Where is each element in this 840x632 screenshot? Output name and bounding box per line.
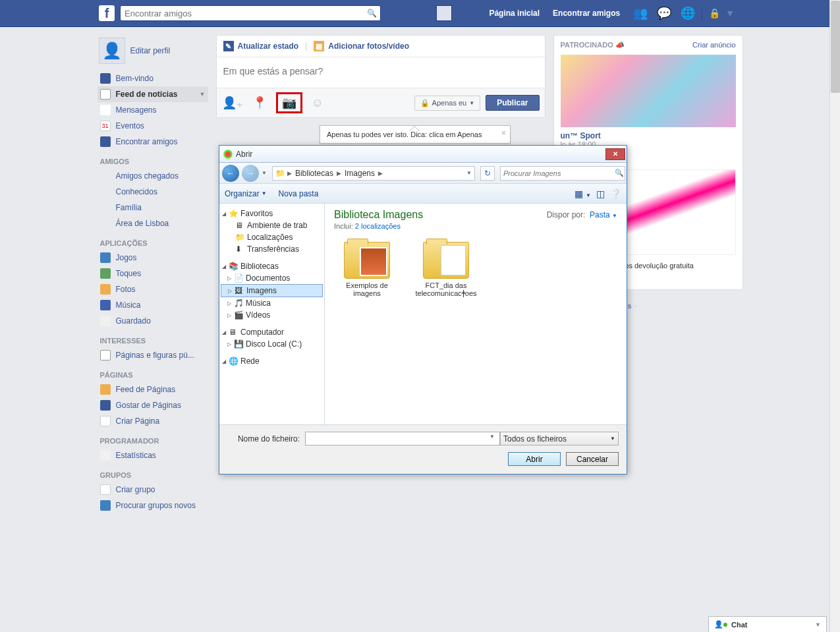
nav-history-dropdown[interactable]: ▼ <box>262 170 267 176</box>
create-ad-link[interactable]: Criar anúncio <box>692 41 735 49</box>
filetype-dropdown[interactable]: Todos os ficheiros▼ <box>500 432 619 445</box>
preview-pane-button[interactable]: ◫ <box>596 188 605 199</box>
find-friends-link[interactable]: Encontrar amigos <box>546 9 627 18</box>
search-input[interactable] <box>120 5 381 21</box>
nav-item[interactable]: Guardado <box>98 313 208 329</box>
nav-item[interactable]: 31Eventos <box>98 118 208 134</box>
tab-photo[interactable]: ▦ Adicionar fotos/vídeo <box>314 41 409 51</box>
settings-dropdown-icon[interactable]: ▼ <box>725 8 735 18</box>
publish-button[interactable]: Publicar <box>486 95 539 111</box>
help-button[interactable]: ❔ <box>610 188 621 199</box>
profile-block[interactable]: 👤 Editar perfil <box>98 35 208 71</box>
path-dropdown-icon[interactable]: ▼ <box>466 170 472 176</box>
path-arrow-icon[interactable]: ▶ <box>378 170 383 177</box>
path-segment[interactable]: Bibliotecas <box>294 169 335 178</box>
nav-item[interactable]: Música <box>98 297 208 313</box>
view-mode-button[interactable]: ▦ ▼ <box>574 188 591 199</box>
dialog-titlebar[interactable]: Abrir ✕ <box>219 146 627 163</box>
path-arrow-icon[interactable]: ▶ <box>337 170 341 177</box>
ad-image-1[interactable] <box>561 55 736 127</box>
nav-item[interactable]: Encontrar amigos <box>98 134 208 150</box>
user-thumbnail[interactable] <box>436 5 452 21</box>
dialog-tree[interactable]: ◢⭐Favoritos 🖥Ambiente de trab 📁Localizaç… <box>219 204 325 424</box>
open-button[interactable]: Abrir <box>508 452 561 466</box>
edit-profile-link[interactable]: Editar perfil <box>130 46 171 55</box>
address-bar[interactable]: 📁 ▶ Bibliotecas ▶ Imagens ▶ ▼ <box>272 166 475 181</box>
nav-item[interactable]: Mensagens <box>98 102 208 118</box>
nav-item[interactable]: Jogos <box>98 250 208 266</box>
nav-item[interactable]: Toques <box>98 266 208 281</box>
nav-item[interactable]: Páginas e figuras pú... <box>98 347 208 363</box>
tree-network[interactable]: ◢🌐Rede <box>221 355 323 367</box>
nav-back-button[interactable]: ← <box>222 165 239 182</box>
nav-item[interactable]: Criar grupo <box>98 482 208 498</box>
nav-item[interactable]: Feed de Páginas <box>98 382 208 397</box>
camera-icon[interactable]: 📷 <box>276 92 302 113</box>
tree-item[interactable]: 🖥Ambiente de trab <box>221 219 323 231</box>
notifications-icon[interactable]: 🌐 <box>681 6 695 20</box>
facebook-logo-icon[interactable]: f <box>99 5 115 21</box>
privacy-shortcuts-icon[interactable]: 🔒 <box>709 8 720 18</box>
organize-menu[interactable]: Organizar ▼ <box>225 189 267 198</box>
tree-item[interactable]: ⬇Transferências <box>221 243 323 255</box>
nav-item[interactable]: Família <box>98 200 208 215</box>
section-interests: INTERESSES <box>98 329 208 347</box>
filename-input[interactable] <box>305 432 500 445</box>
tree-favorites[interactable]: ◢⭐Favoritos <box>221 208 323 219</box>
refresh-button[interactable]: ↻ <box>480 166 495 181</box>
nav-item[interactable]: Criar Página <box>98 413 208 429</box>
tree-libraries[interactable]: ◢📚Bibliotecas <box>221 260 323 272</box>
folder-item[interactable]: Exemplos de imagens <box>334 242 400 298</box>
folder-item[interactable]: FCT_dia das telecomunicacǂoes <box>413 242 479 298</box>
composer-input[interactable] <box>223 64 538 78</box>
tag-people-icon[interactable]: 👤₊ <box>222 96 243 110</box>
tree-computer[interactable]: ◢🖥Computador <box>221 326 323 338</box>
folder-label: Exemplos de imagens <box>334 281 400 297</box>
composer-body[interactable] <box>217 57 545 88</box>
nav-item[interactable]: Amigos chegados <box>98 168 208 184</box>
tooltip-close-icon[interactable]: × <box>501 129 506 138</box>
chat-bar[interactable]: 👤 Chat ▼ <box>708 616 827 632</box>
chevron-down-icon[interactable]: ▼ <box>200 91 206 98</box>
feeling-icon[interactable]: ☺ <box>312 96 323 110</box>
location-icon[interactable]: 📍 <box>252 96 267 110</box>
tree-item-selected[interactable]: ▷🖼Imagens <box>221 284 323 297</box>
filename-dropdown-icon[interactable]: ▼ <box>490 434 495 445</box>
nav-forward-button[interactable]: → <box>242 165 259 182</box>
search-icon[interactable]: 🔍 <box>367 9 377 18</box>
home-link[interactable]: Página inicial <box>482 9 546 18</box>
nav-label: Guardado <box>116 316 151 326</box>
friend-requests-icon[interactable]: 👥 <box>633 6 648 20</box>
chevron-down-icon: ▼ <box>815 621 821 628</box>
nav-item[interactable]: Estatísticas <box>98 447 208 463</box>
nav-item[interactable]: Procurar grupos novos <box>98 498 208 513</box>
privacy-selector[interactable]: 🔒 Apenas eu ▼ <box>414 96 481 111</box>
tree-item[interactable]: ▷📄Documentos <box>221 272 323 284</box>
ad-title-1[interactable]: un™ Sport <box>554 127 742 140</box>
dialog-content[interactable]: Biblioteca Imagens Inclui: 2 localizaçõe… <box>325 204 627 424</box>
nav-item[interactable]: Gostar de Páginas <box>98 397 208 413</box>
nav-item[interactable]: Conhecidos <box>98 184 208 200</box>
nav-item[interactable]: Feed de notícias▼ <box>98 86 208 102</box>
tree-item[interactable]: ▷🎵Música <box>221 297 323 309</box>
nav-item[interactable]: Fotos <box>98 281 208 297</box>
nav-icon <box>100 136 111 147</box>
section-pages: PÁGINAS <box>98 363 208 382</box>
browser-scrollbar[interactable] <box>829 0 840 632</box>
dialog-close-button[interactable]: ✕ <box>605 148 625 160</box>
arrange-by-dropdown[interactable]: Pasta ▼ <box>590 210 617 219</box>
tab-status[interactable]: ✎ Atualizar estado <box>223 41 299 51</box>
cancel-button[interactable]: Cancelar <box>566 452 619 466</box>
tree-item[interactable]: ▷💾Disco Local (C:) <box>221 338 323 350</box>
tree-item[interactable]: ▷🎬Vídeos <box>221 309 323 321</box>
path-segment[interactable]: Imagens <box>343 169 376 178</box>
path-arrow-icon[interactable]: ▶ <box>287 170 292 177</box>
messages-icon[interactable]: 💬 <box>657 6 671 20</box>
locations-link[interactable]: 2 localizações <box>355 222 401 230</box>
new-folder-button[interactable]: Nova pasta <box>279 189 319 198</box>
search-icon[interactable]: 🔍 <box>615 169 624 177</box>
nav-item[interactable]: Área de Lisboa <box>98 215 208 231</box>
tree-item[interactable]: 📁Localizações <box>221 231 323 243</box>
nav-item[interactable]: Bem-vindo <box>98 71 208 86</box>
dialog-search-input[interactable] <box>500 166 625 181</box>
